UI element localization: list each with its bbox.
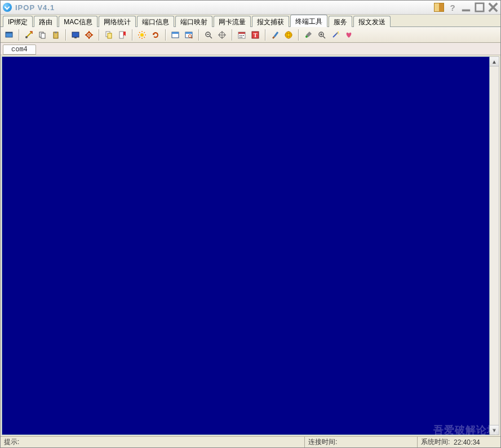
tab-0[interactable]: IP绑定: [3, 16, 33, 27]
svg-point-61: [305, 36, 308, 38]
minimize-button[interactable]: [461, 3, 471, 12]
svg-text:T: T: [254, 32, 258, 38]
tab-3[interactable]: 网络统计: [99, 16, 136, 27]
svg-line-63: [323, 36, 325, 38]
svg-point-23: [140, 33, 144, 37]
tab-1[interactable]: 路由: [34, 16, 57, 27]
bookmark-icon[interactable]: [116, 29, 128, 41]
svg-rect-13: [74, 37, 77, 38]
toolbar-separator: [165, 29, 166, 41]
session-tab-row: com4: [1, 43, 500, 55]
toolbar-separator: [132, 29, 132, 41]
svg-point-7: [25, 36, 28, 38]
wand-icon[interactable]: [329, 29, 342, 41]
app-icon: [3, 3, 12, 12]
window-title: IPOP V4.1: [15, 3, 55, 12]
terminal-container: ▲ ▼: [1, 55, 500, 436]
svg-line-31: [144, 32, 145, 33]
svg-line-66: [333, 33, 338, 37]
paste-icon[interactable]: [50, 29, 62, 41]
svg-line-28: [139, 32, 140, 33]
svg-rect-53: [240, 37, 241, 38]
scroll-track[interactable]: [490, 66, 499, 425]
svg-rect-35: [185, 32, 192, 34]
connect-icon[interactable]: [23, 29, 35, 41]
svg-line-30: [139, 37, 140, 38]
toolbar: T: [1, 27, 500, 43]
svg-rect-33: [172, 32, 179, 34]
app-window: IPOP V4.1 ? IP绑定路由MAC信息网络统计端口信息端口映射网卡流量报…: [0, 0, 501, 448]
gear-icon[interactable]: [83, 29, 95, 41]
svg-rect-51: [241, 35, 242, 36]
window-icon[interactable]: [169, 29, 181, 41]
svg-rect-1: [476, 3, 484, 11]
tab-7[interactable]: 报文捕获: [252, 16, 289, 27]
new-session-icon[interactable]: [3, 29, 15, 41]
svg-rect-5: [6, 32, 12, 33]
svg-rect-12: [72, 32, 79, 37]
tab-9[interactable]: 服务: [329, 16, 352, 27]
zoom-out-icon[interactable]: [202, 29, 215, 41]
tab-2[interactable]: MAC信息: [59, 16, 97, 27]
svg-point-58: [285, 32, 292, 38]
tab-10[interactable]: 报文发送: [353, 16, 391, 27]
calendar-icon[interactable]: [236, 29, 248, 41]
toolbar-separator: [19, 29, 19, 41]
svg-line-29: [144, 37, 145, 38]
maximize-button[interactable]: [475, 3, 485, 12]
scroll-up-icon[interactable]: ▲: [490, 57, 499, 66]
toolbar-separator: [99, 29, 99, 41]
status-hint: 提示:: [1, 437, 305, 447]
toolbar-separator: [265, 29, 265, 41]
copy-icon[interactable]: [36, 29, 48, 41]
toolbar-separator: [198, 29, 199, 41]
toolbar-separator: [65, 29, 66, 41]
tool-icon[interactable]: [302, 29, 314, 41]
refresh-icon[interactable]: [149, 29, 162, 41]
svg-rect-11: [55, 32, 57, 33]
tab-4[interactable]: 端口信息: [137, 16, 174, 27]
main-tabstrip: IP绑定路由MAC信息网络统计端口信息端口映射网卡流量报文捕获终端工具服务报文发…: [1, 15, 500, 27]
page-copy-icon[interactable]: [103, 29, 115, 41]
svg-line-57: [274, 32, 278, 37]
heart-icon[interactable]: [343, 29, 355, 41]
sun-icon[interactable]: [136, 29, 148, 41]
brush-icon[interactable]: [269, 29, 281, 41]
terminal-output[interactable]: [2, 56, 490, 435]
titlebar-badge-icon[interactable]: [434, 3, 444, 12]
svg-rect-54: [241, 37, 242, 38]
svg-rect-48: [238, 32, 245, 34]
close-button[interactable]: [488, 3, 498, 12]
svg-point-68: [336, 33, 338, 34]
globe-icon[interactable]: [282, 29, 295, 41]
search-window-icon[interactable]: [183, 29, 195, 41]
text-tool-icon[interactable]: T: [249, 29, 261, 41]
status-connection-time: 连接时间:: [305, 437, 418, 447]
status-system-time: 系统时间: 22:40:34: [418, 437, 500, 447]
statusbar: 提示: 连接时间: 系统时间: 22:40:34: [1, 436, 500, 447]
svg-rect-21: [108, 33, 112, 38]
tab-5[interactable]: 端口映射: [175, 16, 212, 27]
tab-6[interactable]: 网卡流量: [214, 16, 251, 27]
svg-point-42: [221, 34, 223, 36]
svg-rect-50: [240, 35, 241, 36]
svg-rect-22: [119, 32, 123, 38]
toolbar-separator: [298, 29, 299, 41]
tab-8[interactable]: 终端工具: [290, 15, 327, 27]
titlebar: IPOP V4.1 ?: [1, 1, 500, 15]
toolbar-separator: [232, 29, 232, 41]
zoom-in-icon[interactable]: [316, 29, 328, 41]
help-button[interactable]: ?: [447, 3, 458, 12]
svg-rect-52: [243, 35, 244, 36]
scroll-down-icon[interactable]: ▼: [490, 425, 499, 434]
terminal-scrollbar[interactable]: ▲ ▼: [490, 56, 499, 435]
svg-line-39: [210, 36, 212, 38]
target-icon[interactable]: [216, 29, 228, 41]
screen-icon[interactable]: [69, 29, 82, 41]
svg-point-67: [338, 32, 339, 33]
svg-point-69: [338, 33, 339, 34]
session-tab-com4[interactable]: com4: [3, 45, 36, 55]
svg-rect-9: [41, 33, 45, 38]
svg-point-15: [88, 34, 90, 36]
